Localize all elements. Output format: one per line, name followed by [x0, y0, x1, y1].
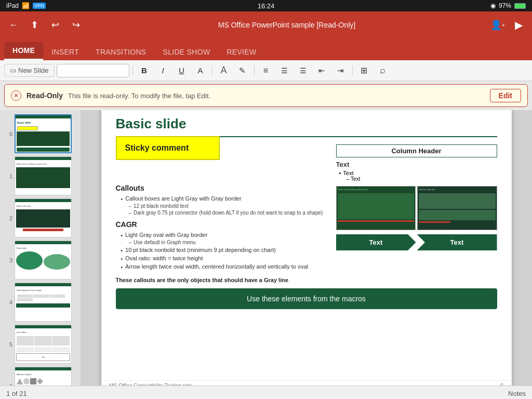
slide-item-2[interactable]: 2 Basic color text — [3, 198, 77, 237]
slide-name-input[interactable] — [57, 64, 129, 77]
notes-label[interactable]: Notes — [508, 390, 526, 397]
person-button[interactable]: 👤 + — [488, 16, 507, 34]
format-bar: ▭ New Slide B I U A A ✎ ≡ ☰ ☰ ⇤ ⇥ ⊞ ⌕ — [0, 60, 532, 81]
cagr-list: • Light Gray oval with Gray border – Use… — [116, 231, 326, 271]
tab-home[interactable]: HOME — [4, 42, 43, 60]
slide: Basic slide Sticky comment Callouts • Ca… — [101, 110, 512, 385]
sub-dash-1: – — [129, 203, 132, 209]
text-color-icon: A — [198, 66, 203, 75]
add-person-icon: + — [502, 22, 505, 28]
vpn-badge: VPN — [33, 3, 46, 9]
right-bullet-1: • Text — [339, 170, 497, 176]
slide-item-0[interactable]: 0 Basic slide — [3, 114, 77, 153]
device-label: iPad — [6, 2, 19, 9]
sub-text-3: Use default in Graph menu — [134, 240, 196, 245]
play-button[interactable]: ▶ — [509, 16, 528, 34]
slide-body: Callouts • Callout boxes are Light Gray … — [101, 142, 512, 283]
slide-item-3[interactable]: 3 Basic slide — [3, 241, 77, 280]
divider-1 — [132, 65, 133, 76]
tab-insert[interactable]: INSERT — [43, 44, 87, 60]
bold-button[interactable]: B — [136, 63, 153, 78]
arrow-button-1[interactable]: Text — [336, 234, 416, 250]
slide-item-5[interactable]: 5 Icon tables → ⟶ ⇒ — [3, 325, 77, 364]
divider-4 — [352, 65, 353, 76]
slide-thumb-2[interactable]: Basic color text — [15, 198, 72, 237]
italic-icon: I — [162, 66, 164, 75]
list2-button[interactable]: ☰ — [295, 63, 312, 78]
arrow-text-1: Text — [369, 238, 383, 246]
right-bullet-text-1: Text — [343, 170, 353, 176]
sub-bullet-12pt: – 12 pt black nonbold text — [121, 203, 326, 209]
tab-transitions[interactable]: TRANSITIONS — [87, 44, 154, 60]
text-format-button[interactable]: ✎ — [234, 63, 251, 78]
indent-left-button[interactable]: ⇤ — [314, 63, 330, 78]
align-icon: ≡ — [263, 66, 268, 75]
slide-thumb-1[interactable]: Basic text including custom fonts — [15, 156, 72, 195]
slide-num-2: 2 — [6, 215, 12, 221]
slide-thumb-3[interactable]: Basic slide — [15, 241, 72, 280]
readonly-close-button[interactable]: ✕ — [11, 90, 21, 101]
list2-icon: ☰ — [300, 66, 307, 75]
sub-text-2: Dark gray 0.75 pt connector (hold down A… — [134, 210, 323, 216]
slide-num-3: 3 — [6, 257, 12, 263]
slide-item-1[interactable]: 1 Basic text including custom fonts — [3, 156, 77, 195]
arrow-button-2[interactable]: Text — [417, 234, 497, 250]
table-button[interactable]: ⊞ — [356, 63, 373, 78]
italic-button[interactable]: I — [155, 63, 171, 78]
person-icon: 👤 — [490, 19, 502, 31]
share-icon: ⬆ — [31, 19, 38, 31]
bullet-dot-2: • — [121, 233, 123, 238]
slide-footer: MS Office Compatibility Testing.pptx 0 — [101, 380, 512, 385]
slide-num-6: 6 — [6, 383, 12, 386]
footer-page-num: 0 — [500, 383, 503, 385]
screenshots-row: Basic text including custom fonts Invoic… — [336, 186, 497, 230]
slide-thumb-0[interactable]: Basic slide — [15, 114, 72, 153]
redo-icon: ↪ — [72, 19, 80, 31]
list-icon: ☰ — [281, 66, 288, 75]
sub-bullet-darkgray: – Dark gray 0.75 pt connector (hold down… — [121, 209, 326, 216]
column-header-box: Column Header — [336, 144, 497, 157]
tab-review[interactable]: REVIEW — [218, 44, 264, 60]
readonly-message: This file is read-only. To modify the fi… — [68, 92, 485, 100]
bullet-callout-1: • Callout boxes are Light Gray with Gray… — [121, 194, 326, 203]
screenshot-left: Basic text including custom fonts — [336, 186, 416, 230]
text-size-large-button[interactable]: A — [216, 63, 232, 78]
undo-button[interactable]: ↩ — [46, 16, 64, 34]
callouts-header: Callouts — [116, 184, 326, 192]
arrow-buttons-row: Text Text — [336, 234, 497, 250]
edit-button[interactable]: Edit — [490, 89, 521, 102]
macro-button[interactable]: Use these elements from the macros — [116, 288, 497, 309]
new-slide-button[interactable]: ▭ New Slide — [4, 64, 55, 77]
slide-thumb-4[interactable]: Deal alignment and merger — [15, 283, 72, 322]
search-button[interactable]: ⌕ — [375, 63, 391, 78]
slide-num-0: 0 — [6, 131, 12, 137]
search-icon: ⌕ — [380, 65, 385, 76]
back-button[interactable]: ← — [4, 16, 23, 34]
close-icon: ✕ — [14, 92, 19, 99]
screenshot-right: Invoice color text — [417, 186, 497, 230]
bullet-dot-5: • — [121, 264, 123, 270]
slide-thumb-6[interactable]: Abstract shapes — [15, 367, 72, 385]
tab-slideshow[interactable]: SLIDE SHOW — [155, 44, 219, 60]
indent-right-button[interactable]: ⇥ — [332, 63, 349, 78]
list-button[interactable]: ☰ — [276, 63, 293, 78]
slide-panel: 0 Basic slide 1 Basic text including cus… — [0, 110, 81, 385]
slide-thumb-5[interactable]: Icon tables → ⟶ ⇒ — [15, 325, 72, 364]
status-right: ◉ 97% — [490, 2, 526, 9]
underline-button[interactable]: U — [174, 63, 190, 78]
redo-button[interactable]: ↪ — [66, 16, 85, 34]
satellite-icon: ◉ — [490, 2, 496, 9]
slide-count-label: 1 of 21 — [6, 390, 27, 397]
align-button[interactable]: ≡ — [258, 63, 274, 78]
status-bar: iPad 📶 VPN 16:24 ◉ 97% — [0, 0, 532, 11]
toolbar: ← ⬆ ↩ ↪ MS Office PowerPoint sample [Rea… — [0, 11, 532, 38]
new-slide-icon: ▭ — [10, 66, 16, 74]
slide-item-4[interactable]: 4 Deal alignment and merger — [3, 283, 77, 322]
slide-item-6[interactable]: 6 Abstract shapes — [3, 367, 77, 385]
sub-dash-3: – — [129, 240, 132, 245]
text-color-button[interactable]: A — [192, 63, 209, 78]
share-button[interactable]: ⬆ — [25, 16, 44, 34]
sticky-comment[interactable]: Sticky comment — [116, 136, 220, 160]
divider-2 — [212, 65, 212, 76]
sub-text-1: 12 pt black nonbold text — [134, 203, 189, 209]
